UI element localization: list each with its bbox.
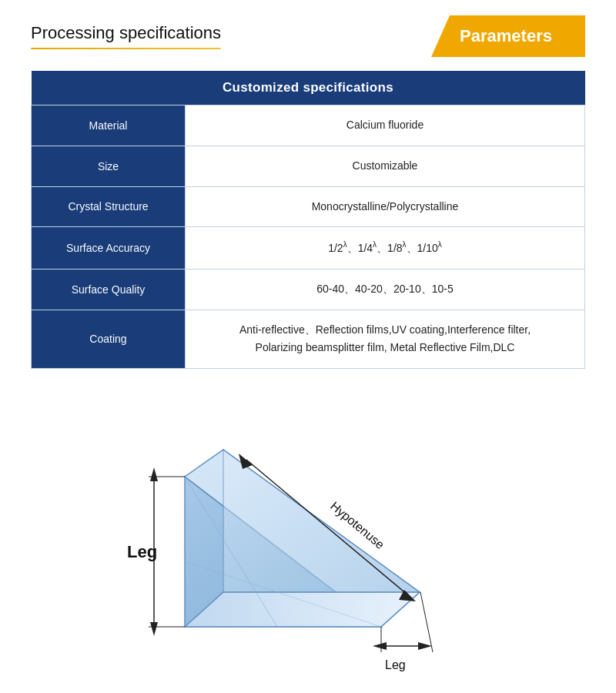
row-value: 60-40、40-20、20-10、10-5 — [186, 269, 585, 310]
parameters-badge: Parameters — [431, 15, 585, 57]
arrow-top — [150, 467, 158, 481]
table-header: Customized specifications — [32, 71, 585, 105]
row-label: Size — [32, 146, 186, 186]
row-label: Material — [32, 105, 186, 146]
row-value: Anti-reflective、Reflection films,UV coat… — [186, 310, 585, 369]
table-row: Surface Quality60-40、40-20、20-10、10-5 — [32, 269, 585, 310]
bottom-face — [185, 592, 420, 627]
arrow-left — [373, 642, 387, 650]
row-label: Surface Quality — [32, 269, 186, 310]
leg-left-text: Leg — [127, 542, 157, 561]
row-label: Crystal Structure — [32, 186, 186, 227]
table-row: CoatingAnti-reflective、Reflection films,… — [32, 310, 585, 369]
prism-diagram: Leg Leg Hypotenuse — [85, 407, 531, 693]
row-value: Monocrystalline/Polycrystalline — [186, 186, 585, 227]
arrow-bottom — [150, 622, 158, 636]
diagram-area: Leg Leg Hypotenuse — [31, 400, 585, 693]
row-label: Coating — [32, 310, 186, 369]
row-label: Surface Accuracy — [32, 227, 186, 269]
header-area: Processing specifications Parameters — [31, 23, 585, 57]
parameters-label: Parameters — [460, 26, 552, 45]
arrow-right — [418, 642, 432, 650]
table-row: Surface Accuracy1/2λ、1/4λ、1/8λ、1/10λ — [32, 227, 585, 269]
spec-table: Customized specifications MaterialCalciu… — [31, 71, 585, 369]
page-title: Processing specifications — [31, 23, 221, 43]
table-row: MaterialCalcium fluoride — [32, 105, 585, 146]
back-face — [223, 450, 420, 592]
table-row: Crystal StructureMonocrystalline/Polycry… — [32, 186, 585, 227]
leg-bottom-text: Leg — [385, 658, 406, 671]
row-value: Customizable — [186, 146, 585, 186]
page-title-block: Processing specifications — [31, 23, 221, 49]
row-value: 1/2λ、1/4λ、1/8λ、1/10λ — [186, 227, 585, 269]
tick-right — [420, 592, 433, 652]
title-underline — [31, 48, 221, 49]
table-row: SizeCustomizable — [32, 146, 585, 186]
row-value: Calcium fluoride — [186, 105, 585, 146]
